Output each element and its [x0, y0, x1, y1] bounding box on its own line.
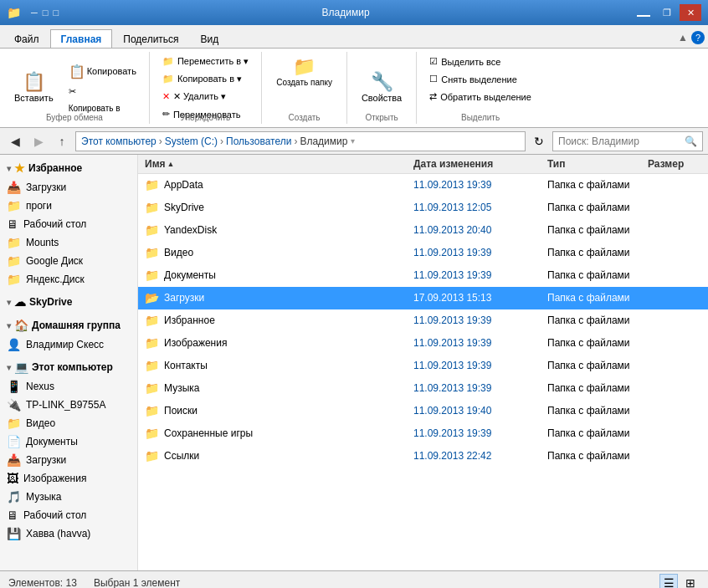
back-button[interactable]: ◀ — [5, 131, 25, 151]
sidebar-item-downloads2[interactable]: 📥 Загрузки — [0, 451, 137, 469]
ribbon-group-open: 🔧 Свойства Открыть — [347, 52, 417, 124]
copy-to2-button[interactable]: 📁Копировать в ▾ — [156, 71, 254, 87]
move-to-button[interactable]: 📁Переместить в ▾ — [156, 54, 254, 69]
folder-icon: 📁 — [145, 314, 159, 327]
table-row[interactable]: 📁 YandexDisk 11.09.2013 20:40 Папка с фа… — [138, 219, 708, 242]
folder-icon: 📁 — [145, 404, 159, 417]
sidebar-item-downloads[interactable]: 📥 Загрузки — [0, 178, 137, 197]
yandexdisk-label: Яндекс.Диск — [26, 274, 85, 285]
downloads-label: Загрузки — [26, 182, 66, 193]
table-row[interactable]: 📂 Загрузки 17.09.2013 15:13 Папка с файл… — [138, 287, 708, 309]
up-button[interactable]: ↑ — [52, 131, 72, 151]
col-header-name[interactable]: Имя ▲ — [138, 155, 407, 173]
table-row[interactable]: 📁 SkyDrive 11.09.2013 12:05 Папка с файл… — [138, 197, 708, 219]
favorites-star-icon: ★ — [14, 161, 25, 175]
copy-button[interactable]: 📋 Копировать — [63, 61, 142, 82]
sidebar-header-thispc[interactable]: ▾ 💻 Этот компьютер — [0, 357, 137, 377]
table-row[interactable]: 📁 Поиски 11.09.2013 19:40 Папка с файлам… — [138, 400, 708, 422]
minimize-button[interactable] — [633, 4, 654, 21]
select-label: Выделить — [417, 113, 544, 122]
sidebar-item-desktop[interactable]: 🖥 Рабочий стол — [0, 215, 137, 233]
properties-button[interactable]: 🔧 Свойства — [354, 69, 409, 107]
clipboard-col: 📋 Копировать ✂ Копировать в — [63, 61, 142, 115]
col-header-type[interactable]: Тип — [541, 155, 641, 173]
sidebar-section-favorites: ▾ ★ Избранное 📥 Загрузки 📁 проги 🖥 Рабоч… — [0, 158, 137, 289]
table-row[interactable]: 📁 Ссылки 11.09.2013 22:42 Папка с файлам… — [138, 445, 708, 468]
sidebar-item-images[interactable]: 🖼 Изображения — [0, 469, 137, 488]
breadcrumb-thispc[interactable]: Этот компьютер — [81, 135, 156, 147]
favorites-arrow: ▾ — [7, 164, 11, 173]
col-header-date[interactable]: Дата изменения — [407, 155, 541, 173]
images-icon: 🖼 — [7, 472, 18, 485]
breadcrumb-sysc[interactable]: System (C:) — [165, 135, 218, 147]
deselect-all-button[interactable]: ☐Снять выделение — [423, 71, 537, 87]
homegroup-arrow: ▾ — [7, 321, 11, 330]
new-label: Создать — [262, 113, 346, 122]
breadcrumb[interactable]: Этот компьютер › System (C:) › Пользоват… — [75, 131, 526, 151]
table-row[interactable]: 📁 Сохраненные игры 11.09.2013 19:39 Папк… — [138, 422, 708, 445]
search-input[interactable] — [558, 135, 685, 147]
folder-icon: 📁 — [145, 223, 159, 237]
breadcrumb-users[interactable]: Пользователи — [226, 135, 291, 147]
sidebar-item-music[interactable]: 🎵 Музыка — [0, 488, 137, 506]
sidebar-item-nexus[interactable]: 📱 Nexus — [0, 377, 137, 396]
table-row[interactable]: 📁 Избранное 11.09.2013 19:39 Папка с фай… — [138, 309, 708, 332]
new-folder-button[interactable]: 📁 Создать папку — [269, 54, 340, 91]
music-icon: 🎵 — [7, 490, 21, 504]
favorites-label: Избранное — [28, 162, 82, 174]
sidebar-header-skydrive[interactable]: ▾ ☁ SkyDrive — [0, 292, 137, 312]
sidebar-item-progi[interactable]: 📁 проги — [0, 197, 137, 215]
select-all-button[interactable]: ☑Выделить все — [423, 54, 537, 69]
cut-button[interactable]: ✂ — [63, 84, 142, 100]
refresh-button[interactable]: ↻ — [529, 131, 549, 151]
forward-button[interactable]: ▶ — [28, 131, 49, 151]
sidebar: ▾ ★ Избранное 📥 Загрузки 📁 проги 🖥 Рабоч… — [0, 155, 138, 570]
tab-home[interactable]: Главная — [50, 29, 113, 48]
table-row[interactable]: 📁 Контакты 11.09.2013 19:39 Папка с файл… — [138, 355, 708, 377]
tplink-label: TP-LINK_B9755A — [26, 399, 105, 411]
tab-file[interactable]: Файл — [3, 29, 50, 48]
ribbon-group-new: 📁 Создать папку Создать — [262, 52, 347, 124]
window-title: Владимир — [59, 7, 633, 18]
col-header-size[interactable]: Размер — [641, 155, 708, 173]
sidebar-item-workdesk[interactable]: 🖥 Рабочий стол — [0, 506, 137, 524]
tab-share[interactable]: Поделиться — [112, 29, 189, 48]
paste-button[interactable]: 📋 Вставить — [7, 69, 61, 107]
sidebar-item-yandexdisk[interactable]: 📁 Яндекс.Диск — [0, 270, 137, 289]
table-row[interactable]: 📁 AppData 11.09.2013 19:39 Папка с файла… — [138, 174, 708, 197]
file-name: Сохраненные игры — [164, 427, 253, 439]
tab-view[interactable]: Вид — [190, 29, 230, 48]
sidebar-item-googledisk[interactable]: 📁 Google Диск — [0, 252, 137, 270]
table-row[interactable]: 📁 Изображения 11.09.2013 19:39 Папка с ф… — [138, 332, 708, 355]
search-box[interactable]: 🔍 — [552, 131, 703, 151]
file-name: Избранное — [164, 314, 215, 326]
sidebar-item-havva[interactable]: 💾 Хавва (havva) — [0, 524, 137, 543]
sidebar-header-homegroup[interactable]: ▾ 🏠 Домашняя группа — [0, 315, 137, 335]
restore-button[interactable]: ❐ — [656, 4, 678, 21]
table-row[interactable]: 📁 Документы 11.09.2013 19:39 Папка с фай… — [138, 264, 708, 287]
folder-icon: 📁 — [145, 336, 159, 350]
breadcrumb-current: Владимир — [300, 135, 347, 147]
sidebar-header-favorites[interactable]: ▾ ★ Избранное — [0, 158, 137, 178]
close-button[interactable]: ✕ — [680, 4, 701, 21]
sidebar-item-mounts[interactable]: 📁 Mounts — [0, 233, 137, 252]
details-view-button[interactable]: ☰ — [659, 574, 678, 589]
images-label: Изображения — [23, 473, 86, 484]
sidebar-item-video[interactable]: 📁 Видео — [0, 414, 137, 432]
havva-icon: 💾 — [7, 527, 21, 540]
sidebar-item-tplink[interactable]: 🔌 TP-LINK_B9755A — [0, 396, 137, 414]
table-row[interactable]: 📁 Музыка 11.09.2013 19:39 Папка с файлам… — [138, 377, 708, 400]
tplink-icon: 🔌 — [7, 398, 21, 412]
havva-label: Хавва (havva) — [26, 528, 90, 539]
sidebar-item-documents[interactable]: 📄 Документы — [0, 432, 137, 451]
large-icons-view-button[interactable]: ⊞ — [681, 574, 700, 589]
table-row[interactable]: 📁 Видео 11.09.2013 19:39 Папка с файлами — [138, 242, 708, 264]
sidebar-item-vladimirsk[interactable]: 👤 Владимир Скесс — [0, 335, 137, 354]
invert-selection-button[interactable]: ⇄Обратить выделение — [423, 89, 537, 105]
desktop-label: Рабочий стол — [23, 218, 86, 230]
progi-label: проги — [26, 200, 52, 212]
delete-button[interactable]: ✕✕ Удалить ▾ — [156, 89, 254, 105]
clipboard-buttons: 📋 Вставить 📋 Копировать ✂ Копировать в — [7, 54, 142, 122]
thispc-label: Этот компьютер — [32, 361, 113, 373]
file-name: Документы — [164, 269, 216, 281]
